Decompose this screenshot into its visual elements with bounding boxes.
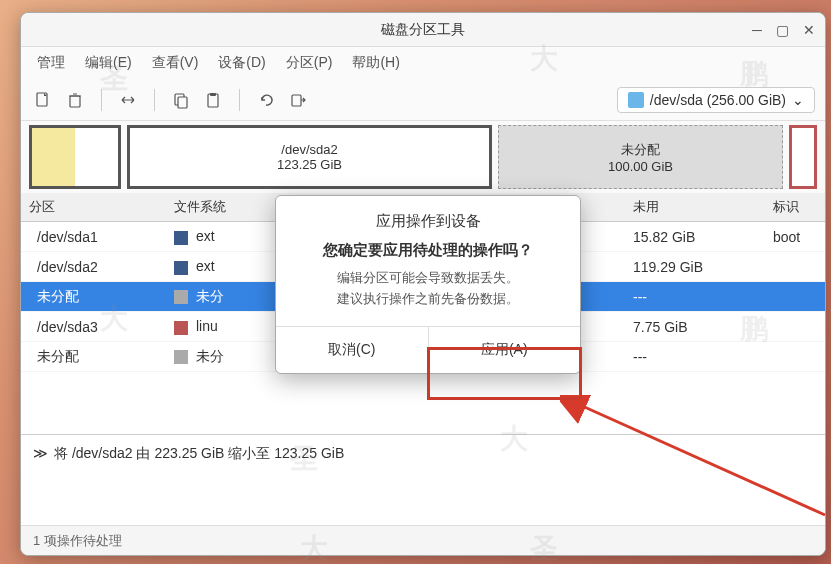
dialog-title: 应用操作到设备 bbox=[276, 212, 580, 231]
apply-icon[interactable] bbox=[286, 88, 310, 112]
menu-partition[interactable]: 分区(P) bbox=[278, 50, 341, 76]
operation-text: 将 /dev/sda2 由 223.25 GiB 缩小至 123.25 GiB bbox=[54, 445, 344, 463]
paste-icon[interactable] bbox=[201, 88, 225, 112]
apply-button[interactable]: 应用(A) bbox=[429, 327, 581, 373]
menu-manage[interactable]: 管理 bbox=[29, 50, 73, 76]
diskmap-unallocated[interactable]: 未分配 100.00 GiB bbox=[498, 125, 783, 189]
dialog-question: 您确定要应用待处理的操作吗？ bbox=[276, 241, 580, 260]
statusbar: 1 项操作待处理 bbox=[21, 525, 825, 555]
operation-arrow-icon: ≫ bbox=[33, 445, 48, 461]
svg-rect-1 bbox=[70, 96, 80, 107]
menu-help[interactable]: 帮助(H) bbox=[344, 50, 407, 76]
new-partition-icon[interactable] bbox=[31, 88, 55, 112]
menu-edit[interactable]: 编辑(E) bbox=[77, 50, 140, 76]
col-flags[interactable]: 标识 bbox=[765, 193, 825, 221]
cancel-button[interactable]: 取消(C) bbox=[276, 327, 429, 373]
menu-device[interactable]: 设备(D) bbox=[210, 50, 273, 76]
device-dropdown-label: /dev/sda (256.00 GiB) bbox=[650, 92, 786, 108]
delete-icon[interactable] bbox=[63, 88, 87, 112]
menu-view[interactable]: 查看(V) bbox=[144, 50, 207, 76]
maximize-button[interactable]: ▢ bbox=[776, 22, 789, 38]
diskmap-sda3[interactable] bbox=[789, 125, 817, 189]
col-filesystem[interactable]: 文件系统 bbox=[166, 193, 256, 221]
menubar: 管理 编辑(E) 查看(V) 设备(D) 分区(P) 帮助(H) bbox=[21, 47, 825, 79]
confirm-dialog: 应用操作到设备 您确定要应用待处理的操作吗？ 编辑分区可能会导致数据丢失。 建议… bbox=[275, 195, 581, 374]
col-partition[interactable]: 分区 bbox=[21, 193, 166, 221]
diskmap: /dev/sda2 123.25 GiB 未分配 100.00 GiB bbox=[29, 125, 817, 189]
svg-rect-3 bbox=[178, 97, 187, 108]
diskmap-sda2[interactable]: /dev/sda2 123.25 GiB bbox=[127, 125, 492, 189]
dialog-body: 编辑分区可能会导致数据丢失。 建议执行操作之前先备份数据。 bbox=[276, 268, 580, 326]
disk-icon bbox=[628, 92, 644, 108]
device-dropdown[interactable]: /dev/sda (256.00 GiB) ⌄ bbox=[617, 87, 815, 113]
toolbar: /dev/sda (256.00 GiB) ⌄ bbox=[21, 79, 825, 121]
undo-icon[interactable] bbox=[254, 88, 278, 112]
chevron-down-icon: ⌄ bbox=[792, 92, 804, 108]
svg-rect-6 bbox=[292, 95, 301, 106]
diskmap-sda1[interactable] bbox=[29, 125, 121, 189]
status-text: 1 项操作待处理 bbox=[33, 532, 122, 550]
svg-rect-5 bbox=[210, 93, 216, 96]
resize-icon[interactable] bbox=[116, 88, 140, 112]
pending-operations: ≫ 将 /dev/sda2 由 223.25 GiB 缩小至 123.25 Gi… bbox=[21, 434, 825, 525]
minimize-button[interactable]: ─ bbox=[752, 22, 762, 38]
window-title: 磁盘分区工具 bbox=[381, 21, 465, 39]
titlebar: 磁盘分区工具 ─ ▢ ✕ bbox=[21, 13, 825, 47]
close-button[interactable]: ✕ bbox=[803, 22, 815, 38]
copy-icon[interactable] bbox=[169, 88, 193, 112]
col-unused[interactable]: 未用 bbox=[625, 193, 765, 221]
